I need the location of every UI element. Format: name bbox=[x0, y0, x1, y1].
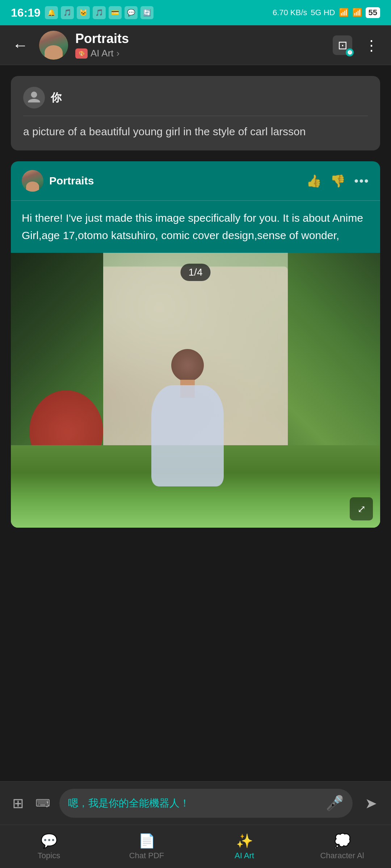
ai-message-text: Hi there! I've just made this image spec… bbox=[11, 201, 380, 253]
nav-item-chat-pdf[interactable]: 📄 Chat PDF bbox=[98, 833, 196, 860]
status-bar: 16:19 🔔 🎵 🐱 🎵 💳 💬 🔄 6.70 KB/s 5G HD 📶 📶 … bbox=[0, 0, 391, 25]
character-ai-label: Character Al bbox=[320, 851, 364, 860]
user-avatar-icon bbox=[27, 90, 41, 105]
user-message-text: a picture of a beautiful young girl in t… bbox=[23, 123, 368, 140]
ai-art-icon: 🎨 bbox=[75, 48, 88, 59]
check-icon: ✓ bbox=[46, 803, 50, 809]
wallet-icon: 💳 bbox=[109, 6, 122, 19]
nav-subtitle-text: AI Art bbox=[91, 48, 114, 59]
wifi-icon: 📶 bbox=[352, 8, 362, 17]
nav-subtitle[interactable]: 🎨 AI Art › bbox=[75, 48, 324, 59]
user-name: 你 bbox=[51, 90, 62, 105]
nav-item-topics[interactable]: 💬 Topics bbox=[0, 833, 98, 860]
ai-generated-image[interactable]: 1/4 ⤢ bbox=[11, 253, 380, 528]
fullscreen-button[interactable]: ⤢ bbox=[350, 497, 373, 520]
top-nav: ← Portraits 🎨 AI Art › 🕐 ⋮ bbox=[0, 25, 391, 65]
network-speed: 6.70 KB/s bbox=[273, 8, 307, 17]
status-left: 16:19 🔔 🎵 🐱 🎵 💳 💬 🔄 bbox=[11, 6, 154, 20]
ai-actions: 👍 👎 ••• bbox=[306, 174, 369, 188]
cat-icon: 🐱 bbox=[77, 6, 90, 19]
history-icon: 🕐 bbox=[333, 35, 352, 55]
notification-icon: 🔔 bbox=[45, 6, 58, 19]
send-button[interactable]: ➤ bbox=[358, 791, 384, 816]
fullscreen-icon: ⤢ bbox=[357, 503, 366, 515]
ai-message-header: Portraits 👍 👎 ••• bbox=[11, 161, 380, 201]
back-button[interactable]: ← bbox=[9, 33, 32, 58]
input-placeholder-text: 嗯，我是你的全能機器人！ bbox=[68, 796, 326, 810]
nav-item-ai-art[interactable]: ✨ AI Art bbox=[196, 833, 293, 860]
image-counter: 1/4 bbox=[181, 264, 211, 281]
scan-icon: ⊞ bbox=[12, 795, 24, 811]
chevron-right-icon: › bbox=[117, 48, 120, 59]
mic-button[interactable]: 🎤 bbox=[326, 795, 344, 812]
nav-title-area: Portraits 🎨 AI Art › bbox=[75, 31, 324, 59]
user-avatar bbox=[23, 87, 45, 109]
bottom-nav: 💬 Topics 📄 Chat PDF ✨ AI Art 💭 Character… bbox=[0, 825, 391, 868]
input-field-wrapper[interactable]: 嗯，我是你的全能機器人！ 🎤 bbox=[59, 789, 353, 818]
thumbs-up-button[interactable]: 👍 bbox=[306, 174, 321, 188]
figure-dress bbox=[151, 385, 224, 486]
user-message-header: 你 bbox=[23, 87, 368, 116]
more-button[interactable]: ⋮ bbox=[361, 34, 382, 56]
topics-icon: 💬 bbox=[41, 833, 58, 849]
chat-area: 你 a picture of a beautiful young girl in… bbox=[0, 65, 391, 586]
more-icon: ⋮ bbox=[364, 37, 379, 54]
ai-art-nav-icon: ✨ bbox=[236, 833, 253, 849]
history-button[interactable]: 🕐 bbox=[332, 34, 353, 56]
chat-icon: 💬 bbox=[125, 6, 138, 19]
nav-title: Portraits bbox=[75, 31, 324, 46]
status-right: 6.70 KB/s 5G HD 📶 📶 55 bbox=[273, 7, 380, 18]
input-bar: ⊞ ⌨ ✓ 嗯，我是你的全能機器人！ 🎤 ➤ bbox=[0, 781, 391, 825]
ai-message: Portraits 👍 👎 ••• Hi there! I've just ma… bbox=[11, 161, 380, 528]
clock-icon: 🕐 bbox=[346, 48, 354, 56]
network-type-1: 5G HD bbox=[311, 8, 335, 17]
tiktok-icon: 🎵 bbox=[93, 6, 106, 19]
music-icon: 🎵 bbox=[61, 6, 74, 19]
nav-actions: 🕐 ⋮ bbox=[332, 34, 382, 56]
thumbs-down-button[interactable]: 👎 bbox=[330, 174, 345, 188]
bot-avatar-img bbox=[39, 31, 68, 60]
status-time: 16:19 bbox=[11, 6, 41, 20]
send-icon: ➤ bbox=[365, 795, 377, 812]
input-left-icons: ⊞ ⌨ ✓ bbox=[7, 792, 54, 814]
character-ai-icon: 💭 bbox=[334, 833, 351, 849]
ai-avatar bbox=[22, 170, 43, 192]
user-message: 你 a picture of a beautiful young girl in… bbox=[11, 76, 380, 150]
topics-label: Topics bbox=[38, 851, 60, 860]
keyboard-icon: ⌨ ✓ bbox=[35, 797, 50, 809]
ai-bot-name: Portraits bbox=[49, 175, 300, 187]
chat-pdf-icon: 📄 bbox=[138, 833, 155, 849]
ai-more-button[interactable]: ••• bbox=[354, 174, 369, 188]
nav-item-character-ai[interactable]: 💭 Character Al bbox=[293, 833, 391, 860]
chat-pdf-label: Chat PDF bbox=[129, 851, 164, 860]
signal-icon: 📶 bbox=[339, 8, 349, 17]
status-icons: 🔔 🎵 🐱 🎵 💳 💬 🔄 bbox=[45, 6, 154, 19]
ai-art-label: AI Art bbox=[235, 851, 254, 860]
refresh-icon: 🔄 bbox=[140, 6, 154, 19]
scan-button[interactable]: ⊞ bbox=[7, 792, 29, 814]
keyboard-button[interactable]: ⌨ ✓ bbox=[32, 792, 54, 814]
image-canvas bbox=[11, 253, 380, 528]
bot-avatar bbox=[39, 31, 68, 60]
figure-head bbox=[171, 349, 204, 382]
battery-level: 55 bbox=[366, 7, 380, 18]
painting-figure bbox=[148, 349, 227, 486]
